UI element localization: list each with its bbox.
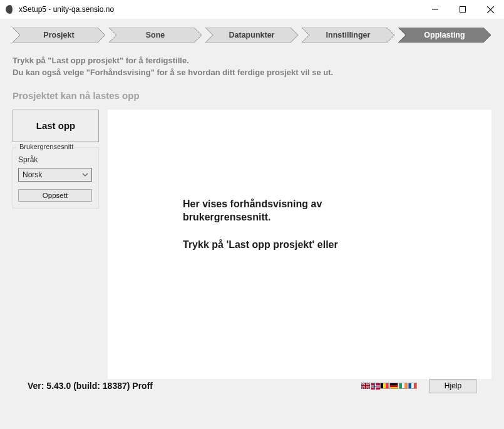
flag-uk-icon[interactable] xyxy=(361,383,370,389)
preview-text-1: Her vises forhåndsvisning av brukergrens… xyxy=(183,197,396,224)
language-value: Norsk xyxy=(23,170,42,179)
version-label: Ver: 5.43.0 (build: 18387) Proff xyxy=(28,381,361,391)
step-opplasting[interactable]: Opplasting xyxy=(398,28,491,43)
flag-belgium-icon[interactable] xyxy=(380,383,389,389)
footer: Ver: 5.43.0 (build: 18387) Proff xyxy=(13,379,491,401)
help-button[interactable]: Hjelp xyxy=(429,379,476,393)
step-label: Prosjekt xyxy=(13,28,105,43)
instructions: Trykk på "Last opp prosjekt" for å ferdi… xyxy=(13,55,491,79)
step-innstillinger[interactable]: Innstillinger xyxy=(302,28,394,43)
close-button[interactable] xyxy=(476,0,504,19)
language-label: Språk xyxy=(18,155,93,164)
maximize-button[interactable] xyxy=(449,0,476,19)
svg-rect-23 xyxy=(371,386,380,387)
svg-rect-2 xyxy=(460,7,466,13)
setup-button-label: Oppsett xyxy=(43,192,68,199)
flag-norway-icon[interactable] xyxy=(371,383,379,389)
step-label: Datapunkter xyxy=(205,28,298,43)
chevron-down-icon xyxy=(81,170,89,181)
setup-button[interactable]: Oppsett xyxy=(18,189,92,202)
step-sone[interactable]: Sone xyxy=(109,28,202,43)
subheading: Prosjektet kan nå lastes opp xyxy=(13,90,491,101)
minimize-button[interactable] xyxy=(421,0,449,19)
titlebar: xSetup5 - unity-qa.sensio.no xyxy=(0,0,504,19)
ui-panel: Brukergrensesnitt Språk Norsk Oppsett xyxy=(13,147,99,209)
upload-button-label: Last opp xyxy=(36,120,76,131)
window-title: xSetup5 - unity-qa.sensio.no xyxy=(19,5,421,14)
instructions-line2: Du kan også velge "Forhåndsvising" for å… xyxy=(13,67,491,79)
content-area: Prosjekt Sone Datapunkter Innstillinger … xyxy=(0,19,504,429)
wizard-steps: Prosjekt Sone Datapunkter Innstillinger … xyxy=(13,28,491,43)
panel-legend: Brukergrensesnitt xyxy=(17,143,76,150)
preview-text-2: Trykk på 'Last opp prosjekt' eller xyxy=(183,238,396,252)
language-select[interactable]: Norsk xyxy=(18,168,92,182)
help-button-label: Hjelp xyxy=(445,381,461,390)
main-row: Last opp Brukergrensesnitt Språk Norsk O… xyxy=(13,110,491,379)
step-label: Opplasting xyxy=(398,28,491,43)
step-prosjekt[interactable]: Prosjekt xyxy=(13,28,105,43)
instructions-line1: Trykk på "Last opp prosjekt" for å ferdi… xyxy=(13,55,491,67)
flag-germany-icon[interactable] xyxy=(389,383,398,389)
language-flags xyxy=(361,383,417,389)
step-label: Innstillinger xyxy=(302,28,394,43)
flag-france-icon[interactable] xyxy=(408,383,417,389)
svg-rect-18 xyxy=(361,385,370,386)
step-label: Sone xyxy=(109,28,202,43)
preview-pane: Her vises forhåndsvisning av brukergrens… xyxy=(108,110,491,379)
upload-button[interactable]: Last opp xyxy=(13,110,99,142)
side-panel: Last opp Brukergrensesnitt Språk Norsk O… xyxy=(13,110,99,379)
step-datapunkter[interactable]: Datapunkter xyxy=(205,28,298,43)
flag-ireland-icon[interactable] xyxy=(399,383,408,389)
app-icon xyxy=(5,4,15,14)
